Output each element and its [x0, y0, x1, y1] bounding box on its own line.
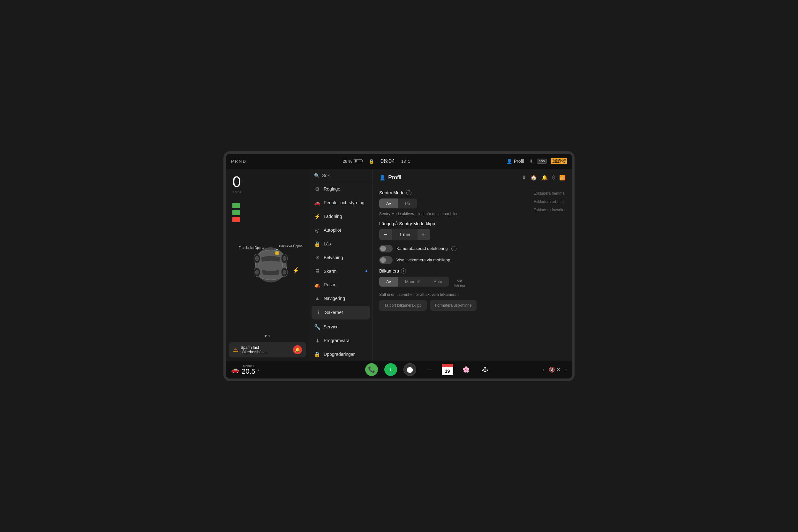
bilkamera-av-button[interactable]: Av — [379, 277, 398, 287]
stepper-decrease-button[interactable]: − — [379, 229, 392, 240]
belysning-label: Belysning — [324, 255, 343, 260]
laddning-label: Laddning — [324, 214, 342, 219]
taskbar-arrow-icon[interactable]: › — [258, 367, 260, 373]
sidebar-search[interactable]: 🔍 Sök — [309, 169, 373, 182]
sidebar-item-skarm[interactable]: 🖥 Skärm — [309, 265, 373, 278]
sentry-note: Sentry Mode aktiveras inte när du lämnar… — [379, 212, 529, 216]
battery-info: 26 % — [342, 159, 362, 164]
bilkamera-info-icon[interactable]: i — [401, 268, 406, 273]
car-image-area: 🔓 — [235, 195, 306, 335]
taskbar-camera-button[interactable]: ⬤ — [403, 363, 416, 376]
sidebar-item-programvara[interactable]: ⬇ Programvara — [309, 334, 373, 347]
laddning-icon: ⚡ — [314, 213, 321, 220]
exclude-favoriter[interactable]: Exkludera favoriter — [534, 207, 566, 213]
exclude-hemma[interactable]: Exkludera hemma — [534, 190, 566, 196]
taskbar-speed-display: Manuell 20.5 — [242, 364, 255, 375]
taskbar-spotify-button[interactable]: ♪ — [384, 363, 397, 376]
mute-icon: ✕ — [556, 367, 560, 373]
profile-icon: 👤 — [507, 158, 512, 164]
svg-point-6 — [283, 256, 286, 261]
bluetooth-header-icon[interactable]: ₿ — [552, 175, 555, 180]
skarm-label: Skärm — [324, 269, 337, 274]
sidebar-item-belysning[interactable]: ☀ Belysning — [309, 251, 373, 265]
sidebar-item-navigering[interactable]: ▲ Navigering — [309, 292, 373, 305]
programvara-label: Programvara — [324, 338, 349, 343]
bell-header-icon[interactable]: 🔔 — [542, 175, 548, 180]
sidebar-item-laddning[interactable]: ⚡ Laddning — [309, 210, 373, 223]
taskbar-phone-button[interactable]: 📞 — [365, 363, 378, 376]
search-icon: 🔍 — [314, 173, 320, 178]
bilkamera-manuell-button[interactable]: Manuell — [398, 277, 427, 287]
home-header-icon[interactable]: 🏠 — [531, 175, 537, 180]
profile-button[interactable]: 👤 Profil — [507, 158, 524, 164]
download-icon[interactable]: ⬇ — [529, 158, 533, 164]
sidebar-item-pedaler[interactable]: 🚗 Pedaler och styrning — [309, 196, 373, 210]
lock-indicator: 🔓 — [274, 249, 280, 255]
sidebar-item-uppgraderingar[interactable]: 🔒 Uppgraderingar — [309, 347, 373, 361]
taskbar-calendar-button[interactable]: 19 — [442, 364, 453, 375]
dot-1 — [265, 335, 267, 337]
clip-length-label: Längd på Sentry Mode-klipp — [379, 221, 566, 226]
clip-length-section: Längd på Sentry Mode-klipp − 1 min + — [379, 221, 566, 240]
battery-fill — [355, 160, 357, 163]
reglage-icon: ⚙ — [314, 186, 321, 192]
left-panel: 0 KM/H 🔓 — [226, 169, 309, 361]
stepper-value: 1 min — [392, 232, 418, 237]
profile-icon-panel: 👤 — [379, 175, 385, 180]
sentry-off-button[interactable]: Av — [379, 198, 398, 208]
battery-body — [354, 159, 362, 163]
bilkamera-toggle-group: Av Manuell Auto — [379, 277, 449, 287]
volume-indicator[interactable]: 🔇 ✕ — [549, 367, 560, 373]
sidebar-item-sakerhet[interactable]: ℹ Säkerhet — [311, 306, 370, 320]
sidebar-item-service[interactable]: 🔧 Service — [309, 320, 373, 334]
taskbar-car-icon[interactable]: 🚗 — [231, 366, 239, 374]
exclude-options: Exkludera hemma Exkludera arbetet Exklud… — [534, 190, 566, 218]
taskbar-speed-number: 20.5 — [242, 368, 255, 375]
sidebar-item-reglage[interactable]: ⚙ Reglage — [309, 182, 373, 196]
back-label: Baklucka Öppna — [279, 244, 303, 248]
bilkamera-auto-button[interactable]: Auto — [426, 277, 449, 287]
volume-icon: 🔇 — [549, 367, 555, 373]
exclude-arbetet[interactable]: Exkludera arbetet — [534, 198, 566, 205]
sentry-on-button[interactable]: På — [398, 198, 417, 208]
taskbar-next-button[interactable]: › — [565, 366, 567, 373]
service-label: Service — [324, 324, 339, 329]
sidebar-item-resor[interactable]: ⛺ Resor — [309, 278, 373, 292]
tesla-screen: PRND 26 % 🔒 08:04 13°C 👤 Profil ⬇ SOS — [224, 151, 574, 381]
taskbar-left: 🚗 Manuell 20.5 › — [231, 364, 314, 375]
navigering-label: Navigering — [324, 296, 345, 301]
taskbar-prev-button[interactable]: ‹ — [542, 366, 544, 373]
speed-display: 0 KM/H — [232, 174, 241, 194]
livekamera-toggle[interactable] — [379, 256, 393, 264]
camera-icon: ⬤ — [407, 366, 413, 373]
sentry-info-icon[interactable]: i — [406, 190, 412, 195]
las-icon: 🔒 — [314, 241, 321, 247]
resor-icon: ⛺ — [314, 282, 321, 288]
skarm-icon: 🖥 — [314, 268, 321, 274]
sidebar-item-las[interactable]: 🔒 Lås — [309, 237, 373, 251]
taskbar-games-button[interactable]: 🕹 — [479, 363, 492, 376]
panel-header: 👤 Profil ⬇ 🏠 🔔 ₿ 📶 — [379, 174, 566, 185]
taskbar-right: ‹ 🔇 ✕ › — [542, 366, 567, 373]
svg-point-8 — [283, 270, 286, 274]
format-usb-button[interactable]: Formatera usb-minne — [430, 300, 477, 311]
spotify-icon: ♪ — [389, 366, 392, 373]
navigering-icon: ▲ — [314, 296, 321, 301]
photos-icon: 🌸 — [462, 366, 470, 373]
taskbar-more-button[interactable]: ··· — [423, 363, 435, 376]
stepper-increase-button[interactable]: + — [418, 229, 430, 240]
spotify-active-dot — [390, 374, 391, 375]
remove-clip-button[interactable]: Ta bort bilkameraklipp — [379, 300, 427, 311]
livekamera-label: Visa livekamera via mobilapp — [396, 258, 450, 262]
download-header-icon[interactable]: ⬇ — [522, 175, 526, 180]
bilkamera-label: Bilkamera i — [379, 268, 566, 273]
lightning-indicator: ⚡ — [292, 267, 299, 274]
uppgraderingar-label: Uppgraderingar — [324, 352, 355, 357]
alert-text: Spänn fastsäkerhetsbältet — [241, 345, 267, 354]
taskbar-photos-button[interactable]: 🌸 — [460, 363, 472, 376]
sidebar-item-autopilot[interactable]: ◎ Autopilot — [309, 223, 373, 237]
alert-bell: 🔔 — [293, 345, 302, 354]
kamera-toggle[interactable] — [379, 245, 393, 252]
kamera-info-icon[interactable]: i — [451, 246, 456, 251]
pedaler-label: Pedaler och styrning — [324, 200, 364, 205]
